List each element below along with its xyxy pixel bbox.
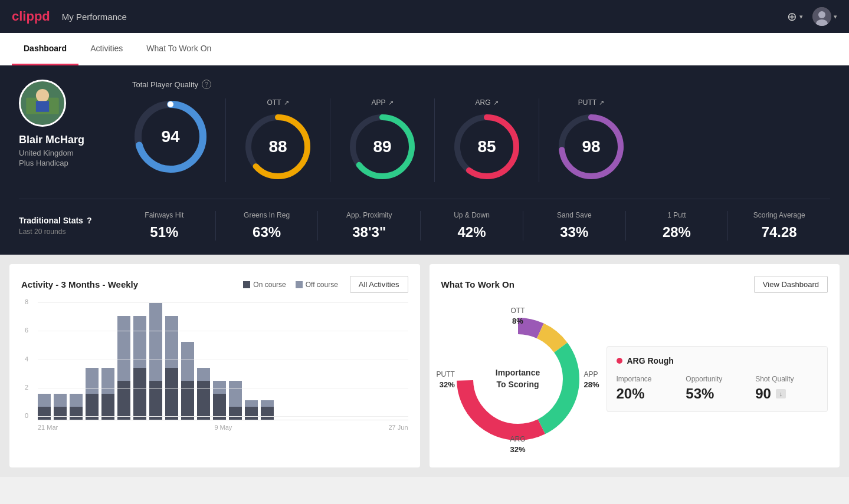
app-arrow-icon: ↗ <box>388 99 394 107</box>
bar-12 <box>213 381 226 420</box>
work-on-header: What To Work On View Dashboard <box>441 276 828 293</box>
player-handicap: Plus Handicap <box>19 159 113 167</box>
x-labels: 21 Mar 9 May 27 Jun <box>38 420 408 431</box>
svg-rect-6 <box>36 101 49 112</box>
tab-what-to-work-on[interactable]: What To Work On <box>135 33 223 65</box>
off-course-color <box>296 281 303 288</box>
view-dashboard-button[interactable]: View Dashboard <box>754 276 828 293</box>
donut-chart: Importance To Scoring OTT 8% APP 28% ARG… <box>441 302 595 456</box>
all-activities-button[interactable]: All Activities <box>350 276 408 293</box>
on-course-color <box>243 281 250 288</box>
legend-on-course: On course <box>243 281 286 289</box>
bar-4 <box>86 368 99 420</box>
stat-sand-save: Sand Save 33% <box>523 211 625 241</box>
y-label-2: 2 <box>25 384 28 391</box>
metric-opportunity: Opportunity 53% <box>686 375 748 402</box>
arg-label: ARG ↗ <box>475 98 498 107</box>
svg-point-20 <box>589 115 594 120</box>
putt-arrow-icon: ↗ <box>599 99 604 107</box>
donut-label-putt: PUTT 32% <box>437 368 455 390</box>
add-button[interactable]: ⊕ ▾ <box>787 9 803 24</box>
user-menu[interactable]: ▾ <box>812 7 837 26</box>
logo-text: clippd <box>12 9 50 24</box>
chart-legend: On course Off course <box>243 281 338 289</box>
stat-1putt: 1 Putt 28% <box>625 211 728 241</box>
bar-6 <box>117 316 130 420</box>
tab-activities[interactable]: Activities <box>78 33 135 65</box>
putt-score: 98 <box>582 137 600 156</box>
arg-arrow-icon: ↗ <box>493 99 499 107</box>
stats-grid: Fairways Hit 51% Greens In Reg 63% App. … <box>113 211 830 241</box>
donut-label-app: APP 28% <box>584 368 599 390</box>
y-label-4: 4 <box>25 355 28 363</box>
ring-total: 94 <box>132 98 209 175</box>
info-metrics: Importance 20% Opportunity 53% Shot Qual… <box>617 375 818 402</box>
bar-11 <box>197 368 210 420</box>
traditional-stats: Traditional Stats ? Last 20 rounds Fairw… <box>19 199 830 241</box>
ott-score: 88 <box>268 137 287 156</box>
metric-shot-quality: Shot Quality 90 ↓ <box>755 375 818 402</box>
y-label-8: 8 <box>25 298 28 305</box>
app-score: 89 <box>373 137 391 156</box>
info-card-title: ARG Rough <box>617 356 818 365</box>
stats-subtitle: Last 20 rounds <box>19 228 113 236</box>
bar-14 <box>245 400 258 420</box>
plus-icon: ⊕ <box>787 9 797 24</box>
stat-up-down: Up & Down 42% <box>420 211 523 241</box>
activity-header: Activity - 3 Months - Weekly On course O… <box>21 276 408 293</box>
avatar <box>812 7 831 26</box>
shot-quality-badge: ↓ <box>776 389 786 398</box>
bar-chart: 8 6 4 2 0 <box>21 302 408 431</box>
work-on-panel: What To Work On View Dashboard Imp <box>430 264 840 467</box>
metric-importance: Importance 20% <box>617 375 679 402</box>
stat-greens: Greens In Reg 63% <box>215 211 318 241</box>
bar-1 <box>38 394 51 420</box>
work-on-title: What To Work On <box>441 279 514 289</box>
gauge-putt: PUTT ↗ 98 <box>539 98 643 182</box>
info-card-dot <box>617 358 622 364</box>
tab-bar: Dashboard Activities What To Work On <box>0 33 849 65</box>
ott-arrow-icon: ↗ <box>284 99 289 107</box>
bar-2 <box>54 394 67 420</box>
stats-title: Traditional Stats ? <box>19 216 113 225</box>
ring-app: 89 <box>347 111 418 182</box>
logo[interactable]: clippd <box>12 9 50 24</box>
player-section: Blair McHarg United Kingdom Plus Handica… <box>19 80 830 182</box>
performance-panel: Blair McHarg United Kingdom Plus Handica… <box>0 65 849 255</box>
user-chevron: ▾ <box>834 13 837 21</box>
svg-point-5 <box>36 89 49 102</box>
stats-help-icon[interactable]: ? <box>87 216 92 225</box>
stat-proximity: App. Proximity 38'3" <box>317 211 420 241</box>
tab-dashboard[interactable]: Dashboard <box>12 33 78 65</box>
quality-section: Total Player Quality ? 94 <box>132 80 830 182</box>
x-label-mar: 21 Mar <box>38 424 58 431</box>
player-name: Blair McHarg <box>19 134 113 146</box>
gauge-total: 94 <box>132 98 225 182</box>
svg-point-9 <box>168 101 173 107</box>
x-label-jun: 27 Jun <box>388 424 408 431</box>
stat-fairways: Fairways Hit 51% <box>113 211 215 241</box>
bar-8 <box>149 303 162 420</box>
help-icon[interactable]: ? <box>202 80 211 89</box>
app-label: APP ↗ <box>371 98 393 107</box>
total-score: 94 <box>161 127 179 146</box>
header-left: clippd My Performance <box>12 9 127 24</box>
bar-on <box>38 407 51 420</box>
donut-section: Importance To Scoring OTT 8% APP 28% ARG… <box>441 302 828 456</box>
activity-title: Activity - 3 Months - Weekly <box>21 279 138 289</box>
arg-score: 85 <box>477 137 496 156</box>
x-label-may: 9 May <box>214 424 232 431</box>
donut-label-ott: OTT 8% <box>511 305 525 326</box>
bar-13 <box>229 381 242 420</box>
donut-center: Importance To Scoring <box>496 367 540 390</box>
stats-label-block: Traditional Stats ? Last 20 rounds <box>19 216 113 236</box>
putt-label: PUTT ↗ <box>578 98 604 107</box>
bar-3 <box>70 394 83 420</box>
player-country: United Kingdom <box>19 149 113 157</box>
stat-scoring: Scoring Average 74.28 <box>727 211 830 241</box>
gauge-app: APP ↗ 89 <box>330 98 434 182</box>
player-avatar <box>19 80 66 127</box>
quality-label: Total Player Quality ? <box>132 80 830 89</box>
bar-10 <box>181 342 194 420</box>
bottom-panels: Activity - 3 Months - Weekly On course O… <box>0 255 849 477</box>
